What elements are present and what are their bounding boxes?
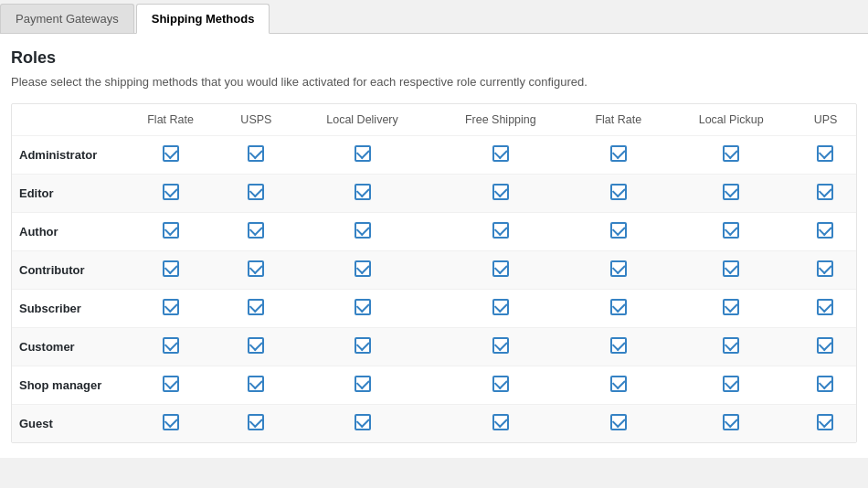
checkbox-icon[interactable] bbox=[355, 299, 371, 315]
table-header-row: Flat Rate USPS Local Delivery Free Shipp… bbox=[12, 104, 856, 136]
checkbox-cell bbox=[667, 366, 795, 405]
checkbox-icon[interactable] bbox=[163, 414, 179, 430]
checkbox-icon[interactable] bbox=[355, 337, 371, 354]
checkbox-cell bbox=[431, 328, 569, 366]
checkbox-icon[interactable] bbox=[610, 260, 627, 277]
checkbox-icon[interactable] bbox=[723, 337, 739, 354]
checkbox-icon[interactable] bbox=[723, 260, 739, 277]
checkbox-icon[interactable] bbox=[248, 376, 264, 392]
checkbox-icon[interactable] bbox=[248, 145, 264, 162]
checkbox-cell bbox=[431, 136, 569, 175]
checkbox-cell bbox=[293, 213, 432, 251]
checkbox-icon[interactable] bbox=[723, 222, 739, 239]
checkbox-icon[interactable] bbox=[610, 337, 627, 354]
col-header-local-pickup: Local Pickup bbox=[667, 104, 795, 136]
checkbox-cell bbox=[667, 136, 795, 175]
checkbox-icon[interactable] bbox=[610, 414, 627, 430]
checkbox-icon[interactable] bbox=[248, 414, 264, 430]
checkbox-icon[interactable] bbox=[817, 299, 833, 315]
checkbox-icon[interactable] bbox=[817, 414, 833, 430]
checkbox-cell bbox=[569, 251, 667, 290]
checkbox-icon[interactable] bbox=[610, 299, 627, 315]
checkbox-icon[interactable] bbox=[163, 222, 179, 239]
checkbox-icon[interactable] bbox=[723, 145, 739, 162]
main-content: Roles Please select the shipping methods… bbox=[0, 34, 868, 458]
checkbox-cell bbox=[293, 405, 432, 443]
checkbox-cell bbox=[122, 366, 219, 405]
role-label: Subscriber bbox=[12, 290, 122, 328]
checkbox-icon[interactable] bbox=[248, 260, 264, 277]
checkbox-icon[interactable] bbox=[163, 376, 179, 392]
checkbox-icon[interactable] bbox=[817, 337, 833, 354]
checkbox-cell bbox=[293, 136, 432, 175]
checkbox-icon[interactable] bbox=[355, 222, 371, 239]
checkbox-cell bbox=[569, 175, 667, 213]
checkbox-cell bbox=[293, 366, 432, 405]
tab-shipping-methods[interactable]: Shipping Methods bbox=[136, 4, 270, 34]
checkbox-icon[interactable] bbox=[355, 414, 371, 430]
table-row: Shop manager bbox=[12, 366, 856, 405]
checkbox-icon[interactable] bbox=[163, 184, 179, 200]
checkbox-cell bbox=[122, 213, 219, 251]
checkbox-icon[interactable] bbox=[723, 184, 739, 200]
checkbox-icon[interactable] bbox=[163, 299, 179, 315]
checkbox-cell bbox=[293, 175, 432, 213]
checkbox-icon[interactable] bbox=[492, 337, 509, 354]
roles-table: Flat Rate USPS Local Delivery Free Shipp… bbox=[12, 104, 856, 442]
col-header-flat-rate-1: Flat Rate bbox=[122, 104, 219, 136]
checkbox-icon[interactable] bbox=[163, 260, 179, 277]
table-row: Contributor bbox=[12, 251, 856, 290]
checkbox-cell bbox=[667, 251, 795, 290]
checkbox-icon[interactable] bbox=[492, 260, 509, 277]
checkbox-icon[interactable] bbox=[355, 184, 371, 200]
checkbox-icon[interactable] bbox=[817, 222, 833, 239]
col-header-ups: UPS bbox=[795, 104, 856, 136]
role-label: Editor bbox=[12, 175, 122, 213]
checkbox-cell bbox=[122, 136, 219, 175]
col-header-free-shipping: Free Shipping bbox=[431, 104, 569, 136]
checkbox-cell bbox=[293, 251, 432, 290]
checkbox-icon[interactable] bbox=[610, 222, 627, 239]
checkbox-icon[interactable] bbox=[723, 414, 739, 430]
checkbox-icon[interactable] bbox=[355, 260, 371, 277]
checkbox-cell bbox=[122, 405, 219, 443]
checkbox-icon[interactable] bbox=[610, 184, 627, 200]
checkbox-icon[interactable] bbox=[610, 145, 627, 162]
checkbox-cell bbox=[431, 405, 569, 443]
checkbox-cell bbox=[569, 213, 667, 251]
checkbox-icon[interactable] bbox=[723, 299, 739, 315]
checkbox-cell bbox=[219, 290, 292, 328]
checkbox-icon[interactable] bbox=[610, 376, 627, 392]
checkbox-cell bbox=[569, 366, 667, 405]
checkbox-icon[interactable] bbox=[355, 145, 371, 162]
checkbox-cell bbox=[667, 290, 795, 328]
tab-payment-gateways[interactable]: Payment Gateways bbox=[0, 4, 134, 33]
table-row: Customer bbox=[12, 328, 856, 366]
checkbox-icon[interactable] bbox=[492, 376, 509, 392]
checkbox-icon[interactable] bbox=[817, 145, 833, 162]
checkbox-icon[interactable] bbox=[355, 376, 371, 392]
checkbox-icon[interactable] bbox=[248, 299, 264, 315]
checkbox-cell bbox=[795, 328, 856, 366]
role-label: Author bbox=[12, 213, 122, 251]
checkbox-icon[interactable] bbox=[817, 376, 833, 392]
checkbox-icon[interactable] bbox=[492, 184, 509, 200]
checkbox-icon[interactable] bbox=[163, 337, 179, 354]
checkbox-icon[interactable] bbox=[248, 337, 264, 354]
checkbox-icon[interactable] bbox=[492, 414, 509, 430]
checkbox-cell bbox=[219, 251, 292, 290]
checkbox-icon[interactable] bbox=[248, 222, 264, 239]
checkbox-icon[interactable] bbox=[492, 222, 509, 239]
table-row: Editor bbox=[12, 175, 856, 213]
checkbox-icon[interactable] bbox=[492, 145, 509, 162]
checkbox-icon[interactable] bbox=[817, 260, 833, 277]
checkbox-icon[interactable] bbox=[492, 299, 509, 315]
checkbox-icon[interactable] bbox=[163, 145, 179, 162]
checkbox-icon[interactable] bbox=[817, 184, 833, 200]
checkbox-icon[interactable] bbox=[248, 184, 264, 200]
checkbox-cell bbox=[219, 405, 292, 443]
checkbox-icon[interactable] bbox=[723, 376, 739, 392]
checkbox-cell bbox=[795, 175, 856, 213]
col-header-role bbox=[12, 104, 122, 136]
checkbox-cell bbox=[795, 405, 856, 443]
